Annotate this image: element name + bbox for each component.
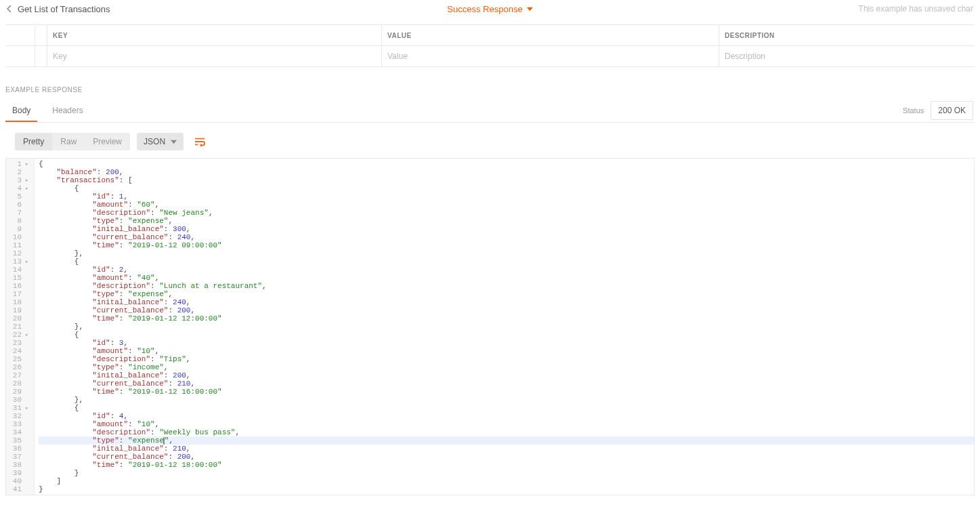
caret-down-icon	[171, 139, 177, 145]
view-mode-group: Pretty Raw Preview	[15, 133, 130, 150]
tab-headers[interactable]: Headers	[45, 99, 89, 122]
kv-header-key: KEY	[47, 25, 382, 45]
editor-gutter: 1▾2 3▾4▾5 6 7 8 9 10 11 12 13▾14 15 16 1…	[6, 159, 35, 495]
kv-handle-col	[5, 25, 35, 45]
kv-check-col	[35, 25, 47, 45]
unsaved-notice: This example has unsaved char	[859, 4, 973, 14]
kv-description-input[interactable]	[725, 52, 969, 61]
preview-button[interactable]: Preview	[85, 133, 130, 150]
kv-value-input[interactable]	[387, 52, 713, 61]
back-arrow-icon[interactable]	[7, 5, 12, 12]
kv-input-row	[5, 46, 975, 67]
caret-down-icon	[527, 6, 533, 12]
status-label: Status	[903, 106, 924, 115]
raw-button[interactable]: Raw	[52, 133, 85, 150]
example-selector[interactable]: Success Response	[447, 4, 532, 14]
pretty-button[interactable]: Pretty	[15, 133, 52, 150]
response-body-editor[interactable]: 1▾2 3▾4▾5 6 7 8 9 10 11 12 13▾14 15 16 1…	[5, 158, 975, 495]
kv-header-description: DESCRIPTION	[719, 25, 975, 45]
kv-header-row: KEY VALUE DESCRIPTION	[5, 25, 975, 46]
editor-code[interactable]: { "balance": 200, "transactions": [ { "i…	[35, 159, 974, 495]
response-tabs: Body Headers Status 200 OK	[5, 99, 975, 123]
kv-check	[35, 46, 47, 66]
example-response-label: EXAMPLE RESPONSE	[0, 67, 980, 99]
tab-body[interactable]: Body	[5, 99, 37, 122]
format-dropdown[interactable]: JSON	[137, 133, 184, 150]
kv-header-value: VALUE	[382, 25, 719, 45]
wrap-lines-icon[interactable]	[190, 132, 209, 151]
status-code-input[interactable]: 200 OK	[931, 101, 973, 120]
body-toolbar: Pretty Raw Preview JSON	[0, 123, 980, 158]
request-title: Get List of Transactions	[18, 4, 110, 14]
kv-key-input[interactable]	[53, 52, 376, 61]
example-header: Get List of Transactions Success Respons…	[0, 0, 980, 24]
kv-handle	[5, 46, 35, 66]
example-selector-label: Success Response	[447, 4, 522, 14]
headers-kv-table: KEY VALUE DESCRIPTION	[5, 24, 975, 67]
format-label: JSON	[144, 137, 165, 146]
